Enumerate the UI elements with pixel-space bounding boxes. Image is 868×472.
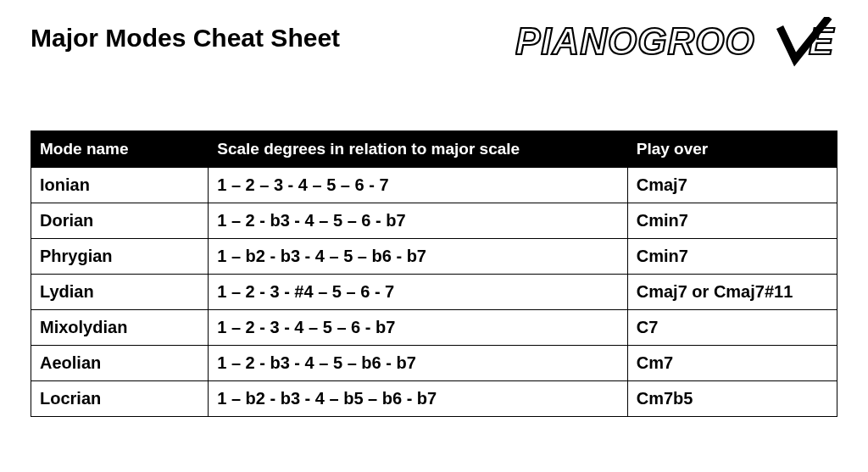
svg-rect-3 [815,17,821,19]
cell-degrees: 1 – b2 - b3 - 4 – 5 – b6 - b7 [209,239,628,275]
cell-playover: Cmin7 [627,239,837,275]
cell-playover: Cmin7 [627,203,837,239]
cell-mode: Phrygian [31,239,209,275]
cell-playover: Cm7 [627,346,837,381]
col-header-mode: Mode name [31,131,209,168]
svg-text:PIANOGROO: PIANOGROO [515,20,755,62]
page-title: Major Modes Cheat Sheet [31,24,340,53]
cell-mode: Locrian [31,381,209,417]
cell-degrees: 1 – b2 - b3 - 4 – b5 – b6 - b7 [209,381,628,417]
cell-playover: Cmaj7 or Cmaj7#11 [627,275,837,310]
cell-playover: C7 [627,310,837,346]
svg-text:E: E [809,20,835,62]
table-row: Aeolian 1 – 2 - b3 - 4 – 5 – b6 - b7 Cm7 [31,346,837,381]
pianogroove-logo-icon: PIANOGROO E [515,17,837,69]
table-row: Locrian 1 – b2 - b3 - 4 – b5 – b6 - b7 C… [31,381,837,417]
cell-mode: Ionian [31,168,209,203]
table-header-row: Mode name Scale degrees in relation to m… [31,131,837,168]
document-header: Major Modes Cheat Sheet PIANOGROO E [31,24,837,73]
cell-degrees: 1 – 2 - 3 - #4 – 5 – 6 - 7 [209,275,628,310]
table-row: Lydian 1 – 2 - 3 - #4 – 5 – 6 - 7 Cmaj7 … [31,275,837,310]
cell-degrees: 1 – 2 - b3 - 4 – 5 – 6 - b7 [209,203,628,239]
cell-degrees: 1 – 2 – 3 - 4 – 5 – 6 - 7 [209,168,628,203]
cell-mode: Mixolydian [31,310,209,346]
table-row: Dorian 1 – 2 - b3 - 4 – 5 – 6 - b7 Cmin7 [31,203,837,239]
table-row: Ionian 1 – 2 – 3 - 4 – 5 – 6 - 7 Cmaj7 [31,168,837,203]
cell-playover: Cm7b5 [627,381,837,417]
cell-degrees: 1 – 2 - b3 - 4 – 5 – b6 - b7 [209,346,628,381]
col-header-playover: Play over [627,131,837,168]
modes-table-wrapper: Mode name Scale degrees in relation to m… [31,130,837,417]
cell-mode: Dorian [31,203,209,239]
col-header-degrees: Scale degrees in relation to major scale [209,131,628,168]
cell-mode: Aeolian [31,346,209,381]
cell-degrees: 1 – 2 - 3 - 4 – 5 – 6 - b7 [209,310,628,346]
table-row: Mixolydian 1 – 2 - 3 - 4 – 5 – 6 - b7 C7 [31,310,837,346]
cell-playover: Cmaj7 [627,168,837,203]
cell-mode: Lydian [31,275,209,310]
modes-table: Mode name Scale degrees in relation to m… [31,130,837,417]
brand-logo: PIANOGROO E [515,17,837,73]
table-row: Phrygian 1 – b2 - b3 - 4 – 5 – b6 - b7 C… [31,239,837,275]
